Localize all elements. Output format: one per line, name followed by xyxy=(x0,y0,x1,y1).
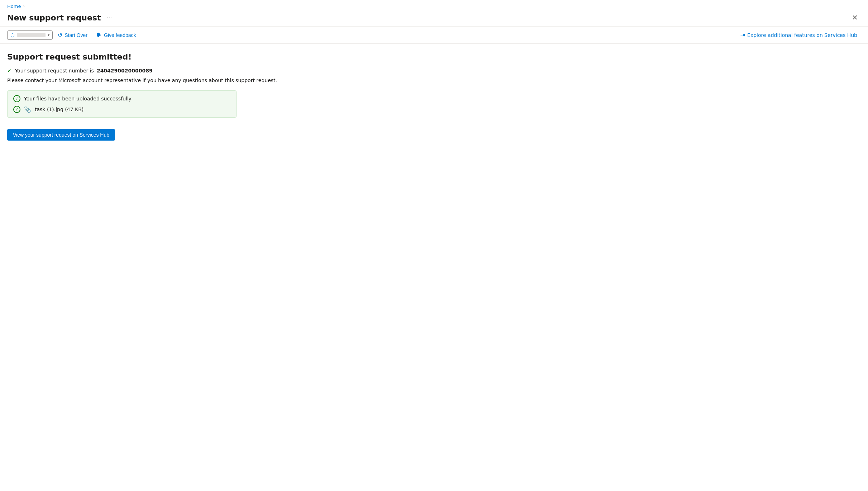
explore-icon: ⇥ xyxy=(740,32,745,38)
check-icon: ✓ xyxy=(7,67,12,74)
refresh-icon: ↺ xyxy=(58,32,62,38)
start-over-label: Start Over xyxy=(65,32,87,38)
confirmation-prefix: Your support request number is xyxy=(15,68,94,74)
explore-services-hub-link[interactable]: ⇥ Explore additional features on Service… xyxy=(737,29,861,41)
explore-label: Explore additional features on Services … xyxy=(747,32,857,38)
attachment-icon: 📎 xyxy=(24,106,31,113)
breadcrumb-separator: › xyxy=(23,4,24,9)
toolbar: ⬡ ▾ ↺ Start Over 🗣 Give feedback ⇥ Explo… xyxy=(0,27,868,44)
page-header: New support request ··· ✕ xyxy=(0,11,868,27)
give-feedback-button[interactable]: 🗣 Give feedback xyxy=(92,30,140,41)
file-row: ✓ 📎 task (1).jpg (47 KB) xyxy=(13,106,230,113)
info-text: Please contact your Microsoft account re… xyxy=(7,77,861,83)
subscription-selector[interactable]: ⬡ ▾ xyxy=(7,30,53,40)
close-button[interactable]: ✕ xyxy=(849,13,861,23)
give-feedback-label: Give feedback xyxy=(104,32,136,38)
more-options-button[interactable]: ··· xyxy=(104,14,114,22)
request-number: 2404290020000089 xyxy=(97,68,153,74)
chevron-down-icon: ▾ xyxy=(48,33,49,37)
upload-success-message: Your files have been uploaded successful… xyxy=(24,96,132,101)
view-support-request-button[interactable]: View your support request on Services Hu… xyxy=(7,129,115,141)
file-success-icon: ✓ xyxy=(13,106,20,113)
main-content: Support request submitted! ✓ Your suppor… xyxy=(0,44,868,149)
page-title: New support request xyxy=(7,13,101,22)
start-over-button[interactable]: ↺ Start Over xyxy=(54,29,91,41)
feedback-icon: 🗣 xyxy=(96,32,102,38)
confirmation-line: ✓ Your support request number is 2404290… xyxy=(7,67,861,74)
breadcrumb-home[interactable]: Home xyxy=(7,4,21,9)
upload-success-icon: ✓ xyxy=(13,95,20,102)
upload-success-panel: ✓ Your files have been uploaded successf… xyxy=(7,90,237,118)
upload-success-row: ✓ Your files have been uploaded successf… xyxy=(13,95,230,102)
success-heading: Support request submitted! xyxy=(7,52,861,61)
subscription-icon: ⬡ xyxy=(10,32,15,38)
breadcrumb: Home › xyxy=(0,0,868,11)
file-name: task (1).jpg (47 KB) xyxy=(35,107,84,112)
subscription-label xyxy=(17,33,46,37)
